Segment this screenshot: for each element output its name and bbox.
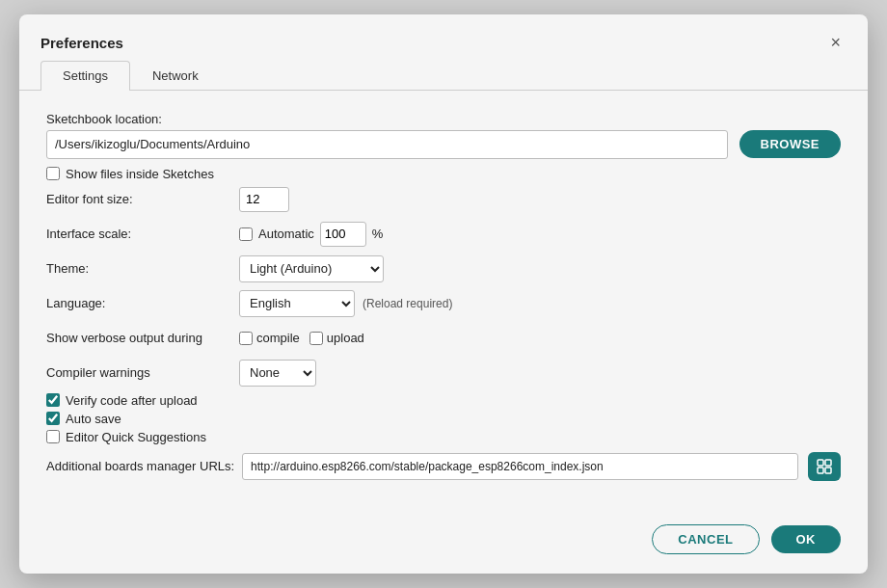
sketchbook-input[interactable]: [46, 130, 728, 159]
show-files-label: Show files inside Sketches: [66, 167, 214, 181]
compiler-warnings-row: Compiler warnings None Default More All: [46, 359, 841, 388]
svg-rect-0: [818, 460, 823, 466]
verbose-controls: compile upload: [239, 331, 364, 345]
reload-note: (Reload required): [363, 297, 452, 310]
scale-value-input[interactable]: [320, 222, 366, 247]
language-select[interactable]: English Deutsch Español Français Italian…: [239, 290, 355, 317]
browse-button[interactable]: BROWSE: [739, 130, 842, 158]
compile-checkbox[interactable]: [239, 332, 253, 345]
svg-rect-2: [818, 468, 823, 473]
editor-quick-row: Editor Quick Suggestions: [46, 430, 841, 444]
automatic-checkbox[interactable]: [239, 227, 253, 241]
settings-content: Sketchbook location: BROWSE Show files i…: [19, 91, 868, 512]
svg-rect-1: [825, 460, 831, 466]
compile-label: compile: [239, 331, 300, 345]
tab-settings[interactable]: Settings: [40, 61, 130, 91]
sketchbook-section: Sketchbook location: BROWSE: [46, 112, 841, 161]
interface-scale-label: Interface scale:: [46, 227, 239, 241]
cancel-button[interactable]: CANCEL: [652, 524, 759, 554]
ok-button[interactable]: OK: [771, 525, 842, 553]
dialog-title: Preferences: [40, 35, 123, 51]
theme-label: Theme:: [46, 261, 239, 276]
upload-checkbox[interactable]: [309, 332, 323, 345]
automatic-label: Automatic: [258, 227, 314, 241]
sketchbook-label: Sketchbook location:: [46, 112, 162, 126]
auto-save-checkbox[interactable]: [46, 412, 60, 425]
scale-unit: %: [372, 227, 384, 241]
dialog-footer: CANCEL OK: [19, 511, 868, 574]
auto-save-row: Auto save: [46, 412, 841, 426]
theme-select[interactable]: Light (Arduino) Dark (Arduino) System: [239, 255, 384, 282]
boards-url-edit-button[interactable]: [808, 452, 841, 481]
dialog-header: Preferences ×: [19, 14, 868, 53]
editor-font-row: Editor font size:: [46, 185, 841, 214]
boards-url-label: Additional boards manager URLs:: [46, 459, 234, 473]
auto-save-label: Auto save: [66, 412, 121, 426]
language-row: Language: English Deutsch Español França…: [46, 289, 841, 318]
verify-code-row: Verify code after upload: [46, 393, 841, 408]
preferences-dialog: Preferences × Settings Network Sketchboo…: [19, 14, 868, 574]
interface-scale-row: Interface scale: Automatic %: [46, 220, 841, 249]
verbose-label: Show verbose output during: [46, 331, 239, 345]
verify-code-checkbox[interactable]: [46, 393, 60, 407]
edit-icon: [816, 458, 833, 475]
language-label: Language:: [46, 296, 239, 310]
editor-quick-label: Editor Quick Suggestions: [66, 430, 206, 444]
theme-row: Theme: Light (Arduino) Dark (Arduino) Sy…: [46, 254, 841, 283]
boards-url-row: Additional boards manager URLs:: [46, 452, 841, 481]
show-files-row: Show files inside Sketches: [46, 167, 841, 181]
tabs-bar: Settings Network: [19, 61, 868, 91]
upload-label: upload: [309, 331, 364, 345]
editor-quick-checkbox[interactable]: [46, 430, 60, 443]
show-files-checkbox[interactable]: [46, 167, 60, 180]
svg-rect-3: [825, 468, 831, 473]
boards-url-input[interactable]: [242, 453, 798, 480]
editor-font-input[interactable]: [239, 187, 289, 212]
verify-code-label: Verify code after upload: [66, 393, 198, 408]
tab-network[interactable]: Network: [130, 61, 221, 91]
verbose-row: Show verbose output during compile uploa…: [46, 324, 841, 353]
editor-font-label: Editor font size:: [46, 192, 239, 206]
sketchbook-row: BROWSE: [46, 130, 841, 159]
compiler-warnings-select[interactable]: None Default More All: [239, 360, 316, 387]
compiler-warnings-label: Compiler warnings: [46, 365, 239, 380]
interface-scale-controls: Automatic %: [239, 222, 383, 247]
close-button[interactable]: ×: [824, 32, 847, 53]
